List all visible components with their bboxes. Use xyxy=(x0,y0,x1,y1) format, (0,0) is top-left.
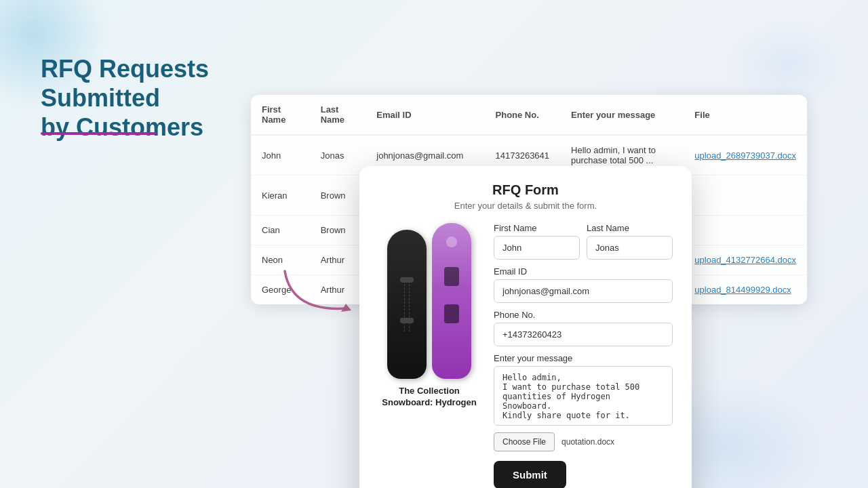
cell-last-name: Brown xyxy=(310,216,366,245)
message-textarea[interactable]: Hello admin, I want to purchase total 50… xyxy=(494,366,673,426)
page-title: RFQ Requests Submitted by Customers xyxy=(41,54,244,142)
last-name-input[interactable] xyxy=(587,236,673,260)
email-label: Email ID xyxy=(494,266,673,277)
cell-file[interactable]: upload_4132772664.docx xyxy=(684,245,807,275)
snowboard-images xyxy=(387,223,471,379)
cell-first-name: John xyxy=(251,135,310,176)
product-label: The Collection Snowboard: Hydrogen xyxy=(382,386,476,409)
phone-label: Phone No. xyxy=(494,310,673,320)
snowboard-black xyxy=(387,230,427,379)
last-name-label: Last Name xyxy=(587,223,673,233)
product-area: The Collection Snowboard: Hydrogen xyxy=(378,223,480,488)
file-link[interactable]: upload_814499929.docx xyxy=(694,285,791,295)
binding-purple-bottom xyxy=(444,304,459,323)
form-area: First Name Last Name Email ID Phone No. … xyxy=(494,223,673,488)
rfq-modal: RFQ Form Enter your details & submit the… xyxy=(359,166,692,488)
snowboard-purple xyxy=(432,223,471,379)
submit-button[interactable]: Submit xyxy=(494,461,566,488)
message-group: Enter your message Hello admin, I want t… xyxy=(494,353,673,426)
name-row: First Name Last Name xyxy=(494,223,673,260)
binding-bottom xyxy=(400,318,414,323)
modal-body: The Collection Snowboard: Hydrogen First… xyxy=(378,223,673,488)
col-phone: Phone No. xyxy=(485,95,561,135)
file-upload-row: Choose File quotation.docx xyxy=(494,432,673,451)
message-label: Enter your message xyxy=(494,353,673,363)
arrow-decoration xyxy=(271,258,366,325)
first-name-group: First Name xyxy=(494,223,580,260)
cell-last-name: Jonas xyxy=(310,135,366,176)
cell-file[interactable]: upload_814499929.docx xyxy=(684,275,807,305)
binding-top xyxy=(400,277,414,283)
cell-first-name: Kieran xyxy=(251,176,310,216)
cell-last-name: Brown xyxy=(310,176,366,216)
col-message: Enter your message xyxy=(560,95,684,135)
cell-first-name: Cian xyxy=(251,216,310,245)
phone-input[interactable] xyxy=(494,323,673,346)
binding-purple-top xyxy=(444,267,459,286)
file-link[interactable]: upload_2689739037.docx xyxy=(694,150,796,161)
file-name-display: quotation.docx xyxy=(561,437,614,447)
email-input[interactable] xyxy=(494,279,673,303)
cell-file xyxy=(684,176,807,216)
file-link[interactable]: upload_4132772664.docx xyxy=(694,255,796,265)
last-name-group: Last Name xyxy=(587,223,673,260)
col-last-name: Last Name xyxy=(310,95,366,135)
cell-file[interactable]: upload_2689739037.docx xyxy=(684,135,807,176)
email-group: Email ID xyxy=(494,266,673,303)
phone-group: Phone No. xyxy=(494,310,673,346)
col-first-name: First Name xyxy=(251,95,310,135)
cell-file xyxy=(684,216,807,245)
col-email: Email ID xyxy=(366,95,484,135)
first-name-label: First Name xyxy=(494,223,580,233)
modal-subtitle: Enter your details & submit the form. xyxy=(378,201,673,211)
first-name-input[interactable] xyxy=(494,236,580,260)
title-underline-decoration xyxy=(41,132,156,135)
col-file: File xyxy=(684,95,807,135)
modal-title: RFQ Form xyxy=(378,182,673,198)
choose-file-button[interactable]: Choose File xyxy=(494,432,555,451)
